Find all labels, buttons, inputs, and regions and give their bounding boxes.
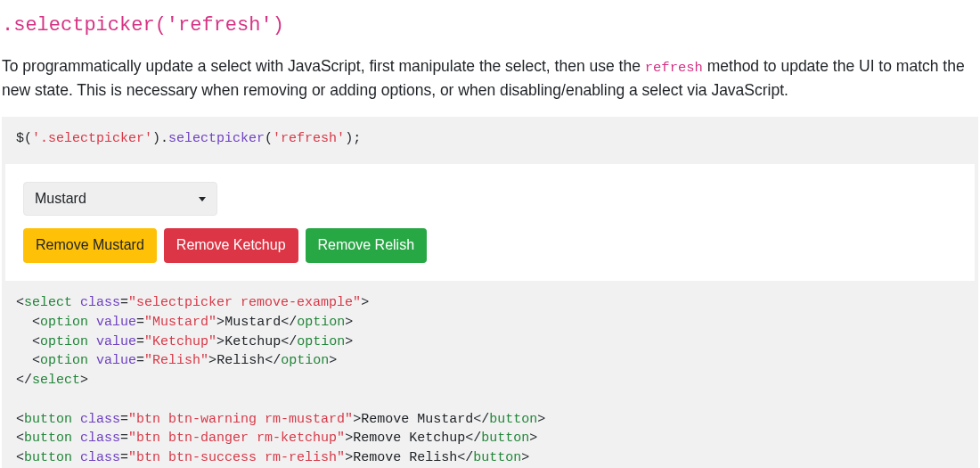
caret-down-icon <box>199 197 206 201</box>
desc-text-pre: To programmatically update a select with… <box>2 57 645 75</box>
section-title: .selectpicker('refresh') <box>2 11 978 40</box>
code-selector: '.selectpicker' <box>32 131 152 146</box>
code-block-markup: <select class="selectpicker remove-examp… <box>2 281 978 468</box>
selectpicker-dropdown[interactable]: Mustard <box>23 182 217 216</box>
selectpicker-value: Mustard <box>35 188 86 209</box>
section-description: To programmatically update a select with… <box>2 54 978 103</box>
remove-relish-button[interactable]: Remove Relish <box>306 228 427 263</box>
remove-ketchup-button[interactable]: Remove Ketchup <box>164 228 298 263</box>
example-panel: Mustard Remove Mustard Remove Ketchup Re… <box>2 160 978 281</box>
code-block-usage: $('.selectpicker').selectpicker('refresh… <box>2 117 978 161</box>
code-method: selectpicker <box>168 131 265 146</box>
code-arg: 'refresh' <box>273 131 345 146</box>
remove-mustard-button[interactable]: Remove Mustard <box>23 228 157 263</box>
example-buttons-row: Remove Mustard Remove Ketchup Remove Rel… <box>23 228 957 263</box>
inline-code-refresh: refresh <box>645 60 703 76</box>
